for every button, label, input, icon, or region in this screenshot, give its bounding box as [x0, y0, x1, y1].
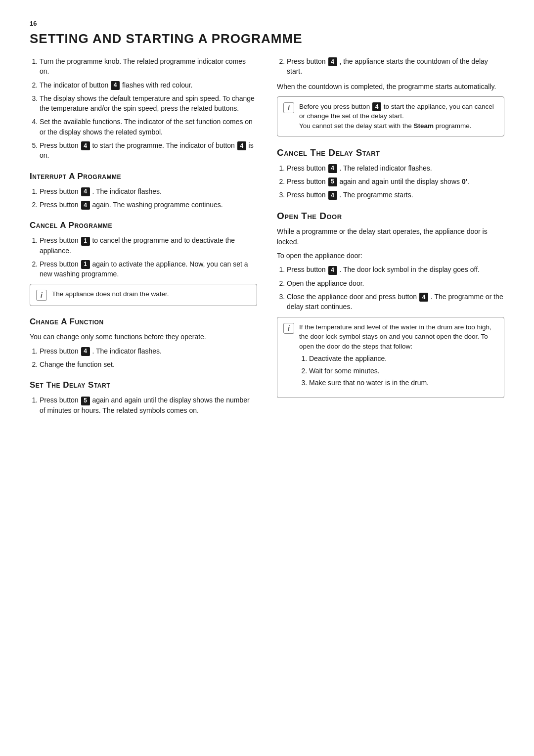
cancel-step-1: Press button 1 to cancel the programme a…	[40, 235, 257, 256]
info-icon-delay: i	[283, 102, 294, 113]
cancel-steps: Press button 1 to cancel the programme a…	[30, 235, 257, 279]
cancel-delay-step-3: Press button 4 . The programme starts.	[287, 190, 504, 200]
btn-badge-4l: 4	[419, 293, 428, 302]
interrupt-step-2: Press button 4 again. The washing progra…	[40, 200, 257, 210]
btn-badge-5b: 5	[328, 178, 337, 186]
left-column: Turn the programme knob. The related pro…	[30, 56, 257, 420]
delay-start-note: When the countdown is completed, the pro…	[277, 82, 504, 91]
section-title-change: Change A Function	[30, 317, 257, 327]
change-intro: You can change only some functions befor…	[30, 332, 257, 342]
btn-badge-4e: 4	[81, 201, 90, 210]
section-title-cancel-delay: Cancel The Delay Start	[277, 147, 504, 158]
btn-badge-1a: 1	[81, 237, 90, 246]
right-column: Press button 4 , the appliance starts th…	[277, 56, 504, 420]
cancel-delay-steps: Press button 4 . The related indicator f…	[277, 163, 504, 200]
btn-badge-4j: 4	[328, 191, 337, 200]
main-step-5: Press button 4 to start the programme. T…	[40, 140, 257, 161]
open-door-intro2: To open the appliance door:	[277, 251, 504, 261]
main-step-3: The display shows the default temperatur…	[40, 93, 257, 114]
page-title: SETTING AND STARTING A PROGRAMME	[30, 31, 504, 46]
btn-badge-4g: 4	[328, 57, 337, 66]
info-icon-door: i	[283, 323, 294, 334]
page-number: 16	[30, 20, 504, 27]
btn-badge-4f: 4	[81, 347, 90, 356]
section-title-delay-set: Set The Delay Start	[30, 380, 257, 390]
interrupt-steps: Press button 4 . The indicator flashes. …	[30, 186, 257, 210]
delay-set-step-1: Press button 5 again and again until the…	[40, 395, 257, 415]
section-title-cancel: Cancel A Programme	[30, 221, 257, 230]
btn-badge-4i: 4	[328, 164, 337, 173]
open-door-step-3: Close the appliance door and press butto…	[287, 292, 504, 312]
main-step-1: Turn the programme knob. The related pro…	[40, 56, 257, 77]
open-door-info-box: i If the temperature and level of the wa…	[277, 317, 504, 399]
section-title-interrupt: Interrupt A Programme	[30, 172, 257, 181]
sub-step-2: Wait for some minutes.	[309, 366, 498, 376]
sub-step-3: Make sure that no water is in the drum.	[309, 378, 498, 388]
delay-set-steps: Press button 5 again and again until the…	[30, 395, 257, 415]
change-step-1: Press button 4 . The indicator flashes.	[40, 346, 257, 356]
open-door-step-2: Open the appliance door.	[287, 278, 504, 288]
change-step-2: Change the function set.	[40, 359, 257, 369]
delay-start-cont-steps: Press button 4 , the appliance starts th…	[277, 56, 504, 77]
main-step-4: Set the available functions. The indicat…	[40, 117, 257, 137]
cancel-delay-step-1: Press button 4 . The related indicator f…	[287, 163, 504, 173]
btn-badge-5a: 5	[81, 397, 90, 405]
btn-badge-4b: 4	[81, 141, 90, 150]
open-door-step-1: Press button 4 . The door lock symbol in…	[287, 265, 504, 274]
info-icon-cancel: i	[36, 290, 47, 301]
btn-badge-4: 4	[111, 81, 120, 90]
section-title-open-door: Open The Door	[277, 211, 504, 222]
cancel-info-box: i The appliance does not drain the water…	[30, 284, 257, 306]
delay-start-info-text: Before you press button 4 to start the a…	[299, 102, 498, 131]
main-steps-list: Turn the programme knob. The related pro…	[30, 56, 257, 161]
open-door-sub-steps: Deactivate the appliance. Wait for some …	[299, 354, 498, 388]
btn-badge-4d: 4	[81, 187, 90, 196]
change-steps: Press button 4 . The indicator flashes. …	[30, 346, 257, 370]
delay-start-cont-step-2: Press button 4 , the appliance starts th…	[287, 56, 504, 77]
btn-badge-4h: 4	[372, 102, 381, 111]
btn-badge-4c: 4	[237, 141, 246, 150]
open-door-steps: Press button 4 . The door lock symbol in…	[277, 265, 504, 311]
delay-start-info-box: i Before you press button 4 to start the…	[277, 96, 504, 136]
interrupt-step-1: Press button 4 . The indicator flashes.	[40, 186, 257, 196]
open-door-info-text: If the temperature and level of the wate…	[299, 322, 498, 393]
cancel-info-text: The appliance does not drain the water.	[52, 289, 169, 299]
cancel-step-2: Press button 1 again to activate the app…	[40, 259, 257, 279]
btn-badge-4k: 4	[328, 266, 337, 275]
main-step-2: The indicator of button 4 flashes with r…	[40, 80, 257, 90]
sub-step-1: Deactivate the appliance.	[309, 354, 498, 363]
open-door-intro1: While a programme or the delay start ope…	[277, 226, 504, 247]
cancel-delay-step-2: Press button 5 again and again until the…	[287, 177, 504, 186]
btn-badge-1b: 1	[81, 260, 90, 269]
